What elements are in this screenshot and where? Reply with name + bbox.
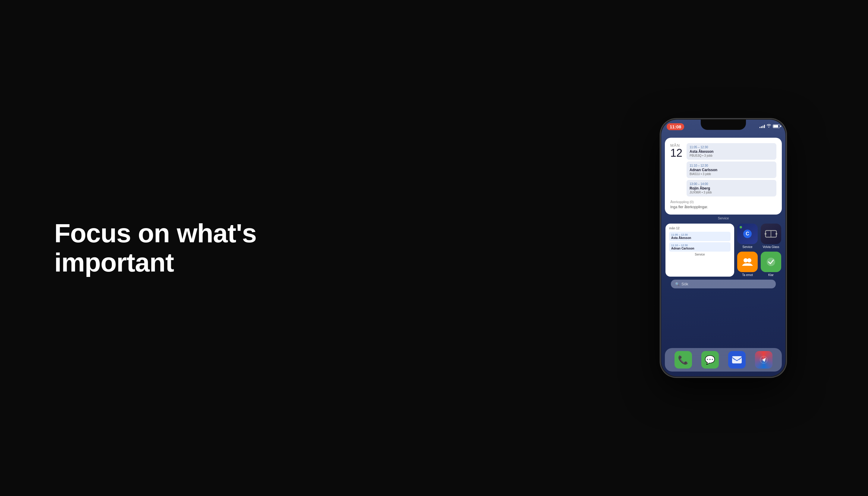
feedback-section: Återkoppling (0) Inga fler återkopplinga…	[670, 200, 776, 209]
signal-bars-icon	[760, 124, 765, 128]
svg-point-7	[747, 258, 751, 262]
main-widget-card[interactable]: MÅN 12 11:05 – 12:30 Asta Åkesson PBU53Q…	[665, 138, 782, 215]
svg-rect-9	[732, 356, 742, 363]
appt-name-1: Asta Åkesson	[689, 150, 773, 154]
sched-time-1: 11:05 – 12:30	[671, 233, 728, 236]
sched-time-2: 11:10 – 12:30	[671, 244, 728, 247]
appt-name-2: Adnan Carlsson	[689, 168, 773, 172]
sched-item-2[interactable]: 11:10 – 12:30 Adnan Carlsson	[669, 242, 731, 252]
appointment-item-2[interactable]: 11:10 – 12:30 Adnan Carlsson BIA51U • 3 …	[686, 161, 776, 178]
search-bar[interactable]: 🔍 Sök	[671, 280, 776, 289]
left-section: Focus on what's important	[54, 219, 633, 277]
date-block: MÅN 12	[670, 143, 682, 197]
screen-content: MÅN 12 11:05 – 12:30 Asta Åkesson PBU53Q…	[661, 135, 786, 376]
date-num: 12	[670, 148, 682, 158]
app-klar-label: Klar	[768, 273, 774, 277]
app-icons-grid: C Service	[737, 223, 781, 277]
wifi-icon	[766, 124, 771, 128]
svg-point-5	[775, 233, 777, 235]
app-service-label: Service	[742, 245, 752, 249]
appt-time-2: 11:10 – 12:30	[689, 164, 773, 167]
app-ta-emot-label: Ta emot	[742, 273, 753, 277]
appointments-list: 11:05 – 12:30 Asta Åkesson PBU53Q • 3 jo…	[686, 143, 776, 197]
right-section: 11:08	[633, 119, 814, 377]
battery-icon	[773, 124, 780, 128]
icon-row: mån 12 11:05 – 12:30 Asta Åkesson 11:10 …	[665, 223, 782, 277]
app-ta-emot-icon[interactable]	[737, 252, 758, 272]
app-service-group[interactable]: C Service	[737, 223, 758, 249]
svg-point-8	[767, 258, 775, 266]
phone-notch	[701, 120, 746, 130]
dock-safari-icon[interactable]	[755, 351, 773, 369]
main-headline: Focus on what's important	[54, 219, 295, 277]
svg-text:C: C	[746, 231, 749, 236]
app-volvia-label: Volvia Glass	[762, 245, 779, 249]
widget-service-label: Service	[665, 216, 782, 220]
service-dot	[740, 226, 742, 229]
svg-point-4	[765, 233, 766, 235]
search-icon: 🔍	[675, 282, 680, 286]
app-icons-row-1: C Service	[737, 223, 781, 249]
app-icons-row-2: Ta emot Klar	[737, 252, 781, 277]
app-volvia-icon[interactable]	[761, 223, 781, 244]
appt-time-3: 13:00 – 14:00	[689, 182, 773, 186]
status-time: 11:08	[667, 123, 684, 130]
sched-name-1: Asta Åkesson	[671, 236, 728, 239]
dock-messages-icon[interactable]: 💬	[701, 351, 719, 369]
app-service-icon[interactable]: C	[737, 223, 758, 244]
app-dock: 📞 💬	[665, 348, 782, 372]
sched-item-1[interactable]: 11:05 – 12:30 Asta Åkesson	[669, 232, 731, 241]
appt-sub-3: JUX96R • 3 jobb	[689, 191, 773, 194]
search-placeholder: Sök	[681, 282, 688, 286]
sched-date: mån 12	[669, 227, 731, 230]
app-klar-group[interactable]: Klar	[761, 252, 781, 277]
dock-phone-icon[interactable]: 📞	[675, 351, 692, 369]
appt-sub-2: BIA51U • 3 jobb	[689, 172, 773, 176]
phone-screen: 11:08	[661, 120, 786, 376]
status-icons	[760, 124, 780, 128]
feedback-empty: Inga fler återkopplingar.	[670, 205, 776, 209]
app-ta-emot-group[interactable]: Ta emot	[737, 252, 758, 277]
sched-name-2: Adnan Carlsson	[671, 247, 728, 250]
appt-name-3: Rojin Åberg	[689, 186, 773, 190]
feedback-title: Återkoppling (0)	[670, 200, 776, 204]
app-klar-icon[interactable]	[761, 252, 781, 272]
svg-point-6	[744, 258, 748, 262]
widget-header: MÅN 12 11:05 – 12:30 Asta Åkesson PBU53Q…	[670, 143, 776, 197]
phone-frame: 11:08	[660, 119, 787, 377]
appt-time-1: 11:05 – 12:30	[689, 145, 773, 149]
appointment-item-3[interactable]: 13:00 – 14:00 Rojin Åberg JUX96R • 3 job…	[686, 180, 776, 197]
sched-label: Service	[669, 253, 731, 256]
appointment-item-1[interactable]: 11:05 – 12:30 Asta Åkesson PBU53Q • 3 jo…	[686, 143, 776, 160]
schedule-widget[interactable]: mån 12 11:05 – 12:30 Asta Åkesson 11:10 …	[665, 223, 734, 277]
dock-mail-icon[interactable]	[728, 351, 746, 369]
appt-sub-1: PBU53Q • 3 jobb	[689, 154, 773, 157]
app-volvia-group[interactable]: Volvia Glass	[761, 223, 781, 249]
